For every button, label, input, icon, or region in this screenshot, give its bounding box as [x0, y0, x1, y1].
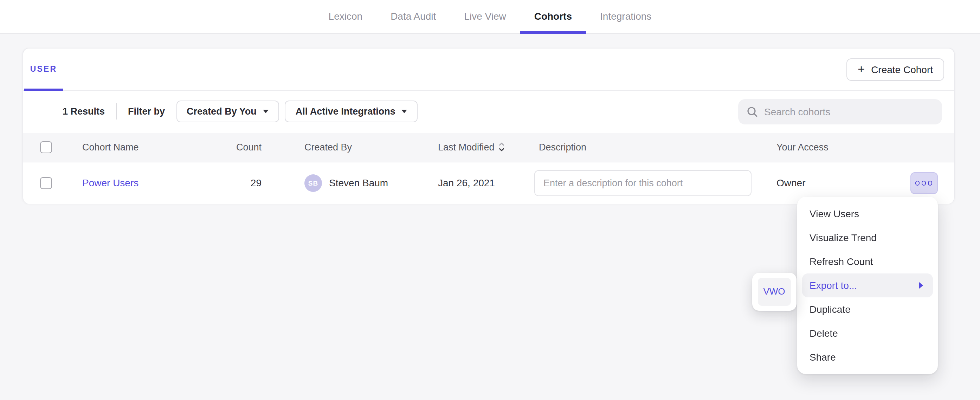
more-options-icon [928, 181, 932, 185]
description-input[interactable] [534, 170, 751, 196]
row-checkbox[interactable] [40, 177, 52, 189]
more-options-icon [922, 181, 926, 185]
search-icon [746, 106, 758, 117]
export-submenu: VWO [752, 273, 796, 310]
cohorts-panel: USER + Create Cohort 1 Results Filter by… [22, 48, 955, 203]
toolbar: 1 Results Filter by Created By You All A… [23, 90, 954, 132]
create-cohort-label: Create Cohort [871, 64, 933, 75]
created-by-name: Steven Baum [329, 177, 388, 189]
col-header-description: Description [522, 142, 760, 153]
col-header-your-access: Your Access [760, 142, 910, 153]
menu-item-refresh-count[interactable]: Refresh Count [797, 250, 937, 274]
tab-integrations[interactable]: Integrations [586, 0, 665, 33]
plus-icon: + [858, 63, 865, 75]
cohort-name-link[interactable]: Power Users [82, 177, 138, 189]
toolbar-divider [116, 104, 117, 120]
menu-item-view-users[interactable]: View Users [797, 202, 937, 226]
menu-item-visualize-trend[interactable]: Visualize Trend [797, 226, 937, 250]
tab-user[interactable]: USER [24, 48, 63, 90]
row-context-menu: View Users Visualize Trend Refresh Count… [797, 197, 937, 374]
results-count: 1 Results [62, 106, 105, 117]
avatar: SB [304, 174, 322, 192]
create-cohort-button[interactable]: + Create Cohort [846, 58, 944, 80]
table-header-row: Cohort Name Count Created By Last Modifi… [23, 132, 954, 163]
menu-item-export-to[interactable]: Export to... [802, 274, 932, 297]
search-cohorts-input[interactable] [764, 106, 934, 117]
top-nav-tabs: Lexicon Data Audit Live View Cohorts Int… [315, 0, 666, 33]
chevron-down-icon [263, 110, 269, 113]
col-header-last-modified[interactable]: Last Modified [438, 142, 505, 153]
cohort-count: 29 [220, 177, 288, 189]
app-viewport: Lexicon Data Audit Live View Cohorts Int… [0, 0, 980, 400]
tab-lexicon[interactable]: Lexicon [315, 0, 377, 33]
tab-live-view[interactable]: Live View [450, 0, 520, 33]
col-header-cohort-name: Cohort Name [65, 142, 220, 153]
tab-cohorts[interactable]: Cohorts [520, 0, 586, 33]
more-options-icon [915, 181, 920, 185]
chevron-down-icon [402, 110, 407, 113]
integrations-filter-dropdown[interactable]: All Active Integrations [285, 100, 418, 122]
filter-by-label: Filter by [128, 106, 165, 117]
integrations-filter-value: All Active Integrations [296, 106, 395, 117]
menu-item-delete[interactable]: Delete [797, 321, 937, 345]
more-options-button[interactable] [910, 172, 937, 194]
created-by-filter-value: Created By You [187, 106, 256, 117]
col-header-created-by: Created By [288, 142, 421, 153]
access-value: Owner [760, 177, 910, 189]
export-to-label: Export to... [810, 280, 857, 291]
last-modified-date: Jan 26, 2021 [421, 177, 522, 189]
tab-data-audit[interactable]: Data Audit [377, 0, 450, 33]
menu-item-duplicate[interactable]: Duplicate [797, 297, 937, 321]
menu-item-share[interactable]: Share [797, 345, 937, 369]
sort-updown-icon [499, 142, 505, 152]
col-header-count: Count [220, 142, 288, 153]
panel-header: USER + Create Cohort [23, 48, 954, 90]
last-modified-label: Last Modified [438, 142, 495, 153]
arrow-right-icon [918, 282, 923, 289]
search-cohorts-box[interactable] [738, 99, 942, 124]
select-all-checkbox[interactable] [40, 141, 52, 153]
created-by-filter-dropdown[interactable]: Created By You [176, 100, 279, 122]
submenu-item-vwo[interactable]: VWO [757, 277, 791, 306]
top-nav: Lexicon Data Audit Live View Cohorts Int… [0, 0, 980, 33]
